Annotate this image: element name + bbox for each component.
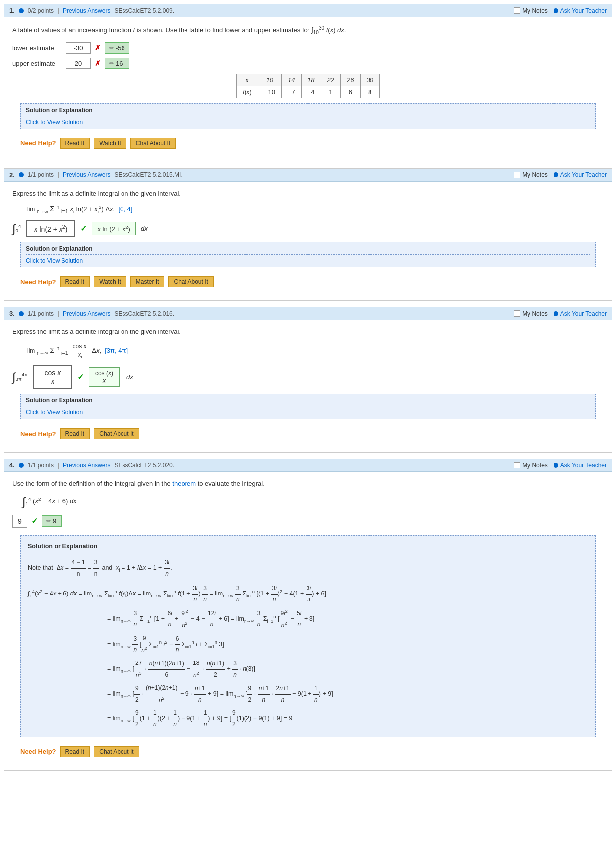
read-it-btn-1[interactable]: Read It [60, 138, 90, 149]
q-points-4: 1/1 points [28, 462, 54, 469]
check-2: ✓ [80, 224, 87, 233]
question-1: 1. 0/2 points | Previous Answers SEssCal… [4, 4, 612, 162]
need-help-row-2: Need Help? Read It Watch It Master It Ch… [12, 272, 604, 293]
ask-dot-3 [554, 311, 558, 316]
master-it-btn-2[interactable]: Master It [130, 276, 165, 287]
answer-row-4: 9 ✓ ✏ 9 [12, 512, 604, 530]
lower-x-mark: ✗ [95, 44, 101, 52]
question-text-2: Express the limit as a definite integral… [12, 189, 604, 198]
table-val-6: 8 [360, 86, 379, 98]
chat-btn-4[interactable]: Chat About It [94, 746, 139, 757]
my-notes-4[interactable]: My Notes [514, 462, 548, 469]
ask-teacher-label-1: Ask Your Teacher [560, 7, 607, 14]
ask-teacher-2[interactable]: Ask Your Teacher [554, 171, 607, 178]
ask-teacher-3[interactable]: Ask Your Teacher [554, 310, 607, 317]
question-text-3: Express the limit as a definite integral… [12, 327, 604, 337]
sol-step1: ∫14(x2 − 4x + 6) dx = limn→∞ Σi=1n f(xi)… [28, 583, 588, 605]
integrand-box-2[interactable]: x ln(2 + x2) [26, 220, 75, 237]
chat-btn-3[interactable]: Chat About It [94, 428, 139, 439]
status-dot-1 [19, 8, 24, 13]
lower-answer-box[interactable]: -30 [66, 42, 91, 54]
notes-checkbox-3[interactable] [514, 310, 520, 317]
my-notes-label-4: My Notes [522, 462, 548, 469]
read-it-btn-4[interactable]: Read It [60, 746, 90, 757]
solution-link-1[interactable]: Click to View Solution [26, 119, 83, 126]
need-help-label-2: Need Help? [20, 278, 56, 286]
question-4-header: 4. 1/1 points | Previous Answers SEssCal… [4, 459, 612, 472]
read-it-btn-3[interactable]: Read It [60, 428, 90, 439]
answer-input-4[interactable]: 9 [12, 515, 27, 528]
notes-checkbox-1[interactable] [514, 7, 520, 14]
ask-teacher-4[interactable]: Ask Your Teacher [554, 462, 607, 469]
table-fx-label: f(x) [237, 86, 258, 98]
table-col-30: 30 [360, 74, 379, 86]
sol-step3: = limn→∞ 3n [9n2 Σi=1n i2 − 6n Σi=1n i +… [107, 633, 588, 656]
upper-correct-box: ✏ 16 [105, 58, 129, 69]
watch-it-btn-2[interactable]: Watch It [94, 276, 126, 287]
solution-link-2[interactable]: Click to View Solution [26, 257, 83, 264]
table-header-row: x 10 14 18 22 26 30 [237, 74, 380, 86]
table-col-22: 22 [321, 74, 340, 86]
my-notes-3[interactable]: My Notes [514, 310, 548, 317]
table-col-14: 14 [281, 74, 301, 86]
ask-teacher-1[interactable]: Ask Your Teacher [554, 7, 607, 14]
prev-answers-2[interactable]: Previous Answers [63, 171, 110, 178]
my-notes-label-3: My Notes [522, 310, 548, 317]
ask-dot-1 [554, 8, 558, 13]
check-4: ✓ [31, 516, 38, 526]
q-code-2: SEssCalcET2 5.2.015.MI. [114, 171, 182, 178]
integrand-box-3[interactable]: cos x x [33, 365, 72, 389]
table-x-header: x [237, 74, 258, 86]
table-values-row: f(x) −10 −7 −4 1 6 8 [237, 86, 380, 98]
prev-answers-3[interactable]: Previous Answers [63, 310, 110, 317]
my-notes-label-2: My Notes [522, 171, 548, 178]
q-code-1: SEssCalcET2 5.2.009. [114, 7, 174, 14]
header-right-3: My Notes Ask Your Teacher [514, 310, 607, 317]
notes-checkbox-2[interactable] [514, 172, 520, 178]
need-help-row-1: Need Help? Read It Watch It Chat About I… [12, 134, 604, 155]
read-it-btn-2[interactable]: Read It [60, 276, 90, 287]
upper-answer-box[interactable]: 20 [66, 58, 91, 69]
need-help-row-3: Need Help? Read It Chat About It [12, 424, 604, 445]
ask-teacher-label-4: Ask Your Teacher [560, 462, 607, 469]
header-left-1: 1. 0/2 points | Previous Answers SEssCal… [9, 7, 174, 14]
sol-step4: = limn→∞ [27n3 · n(n+1)(2n+1)6 − 18n2 · … [107, 658, 588, 681]
header-left-2: 2. 1/1 points | Previous Answers SEssCal… [9, 171, 183, 179]
solution-title-3: Solution or Explanation [26, 397, 590, 406]
ask-dot-2 [554, 172, 558, 177]
sep-1: | [58, 7, 59, 14]
notes-checkbox-4[interactable] [514, 462, 520, 468]
question-4-body: Use the form of the definition of the in… [4, 472, 612, 770]
sol-note: Note that Δx = 4 − 1n = 3n and xi = 1 + … [28, 557, 588, 579]
solution-title-4-exp: Solution or Explanation [28, 541, 588, 555]
my-notes-1[interactable]: My Notes [514, 7, 548, 14]
solution-section-1: Solution or Explanation Click to View So… [20, 103, 596, 129]
need-help-label-4: Need Help? [20, 748, 56, 755]
question-2: 2. 1/1 points | Previous Answers SEssCal… [4, 168, 612, 301]
chat-btn-1[interactable]: Chat About It [130, 138, 176, 149]
my-notes-label-1: My Notes [522, 7, 548, 14]
integral-expr-4: ∫14 (x2 − 4x + 6) dx [22, 495, 604, 509]
table-col-26: 26 [341, 74, 360, 86]
my-notes-2[interactable]: My Notes [514, 171, 548, 178]
data-table-1: x 10 14 18 22 26 30 f(x) −10 −7 −4 1 6 8 [236, 74, 380, 98]
chat-btn-2[interactable]: Chat About It [168, 276, 213, 287]
question-4: 4. 1/1 points | Previous Answers SEssCal… [4, 459, 612, 770]
question-text-4: Use the form of the definition of the in… [12, 479, 604, 489]
question-2-body: Express the limit as a definite integral… [4, 182, 612, 300]
need-help-label-3: Need Help? [20, 430, 56, 438]
question-3-header: 3. 1/1 points | Previous Answers SEssCal… [4, 307, 612, 320]
pencil-icon-upper: ✏ [109, 60, 114, 66]
watch-it-btn-1[interactable]: Watch It [94, 138, 126, 149]
table-val-5: 6 [341, 86, 360, 98]
data-table-area-1: x 10 14 18 22 26 30 f(x) −10 −7 −4 1 6 8 [12, 74, 604, 98]
q-code-3: SEssCalcET2 5.2.016. [114, 310, 174, 317]
header-left-3: 3. 1/1 points | Previous Answers SEssCal… [9, 310, 174, 317]
prev-answers-1[interactable]: Previous Answers [63, 7, 110, 14]
prev-answers-4[interactable]: Previous Answers [63, 462, 110, 469]
header-right-4: My Notes Ask Your Teacher [514, 462, 607, 469]
question-1-header: 1. 0/2 points | Previous Answers SEssCal… [4, 4, 612, 17]
upper-label: upper estimate [12, 60, 62, 67]
solution-link-3[interactable]: Click to View Solution [26, 409, 83, 416]
answer-shown-2: x ln (2 + x2) [92, 222, 136, 235]
